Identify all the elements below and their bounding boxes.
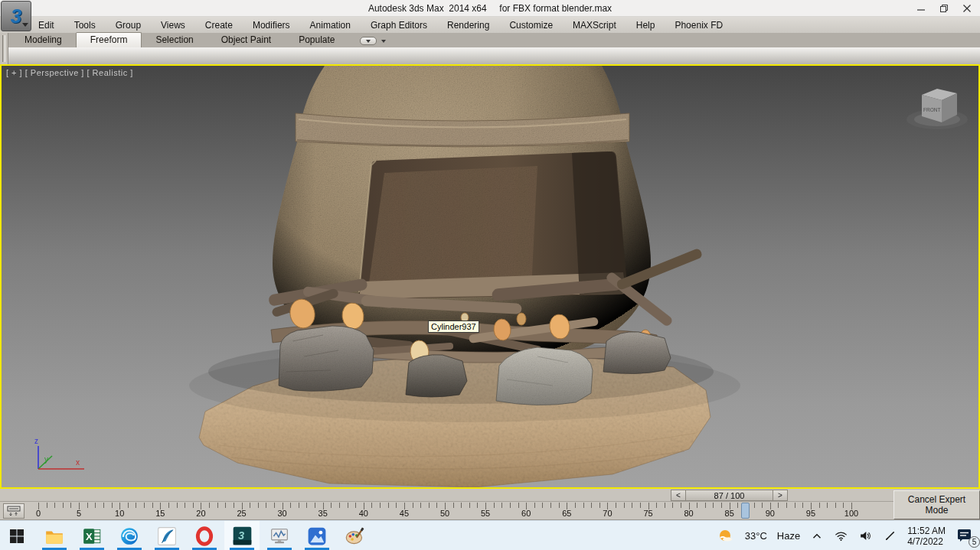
ruler-tick xyxy=(266,503,266,508)
clock-date: 4/7/2022 xyxy=(907,536,946,547)
ruler-tick xyxy=(250,503,250,508)
ruler-tick xyxy=(371,503,372,508)
next-frame-button[interactable]: > xyxy=(773,490,788,501)
menu-item-graph-editors[interactable]: Graph Editors xyxy=(371,20,427,31)
ruler-tick-label: 50 xyxy=(440,509,449,518)
ruler-tick xyxy=(624,503,625,508)
ribbon-tab-selection[interactable]: Selection xyxy=(142,33,207,47)
ruler-tick xyxy=(754,503,755,508)
time-slider[interactable]: < 87 / 100 > xyxy=(671,490,788,501)
object-tooltip: Cylinder937 xyxy=(428,321,479,333)
notification-center-button[interactable]: 5 xyxy=(956,526,975,546)
ruler-tick xyxy=(47,503,47,508)
ruler-tick xyxy=(583,503,584,508)
ruler-tick xyxy=(429,503,430,508)
taskbar-3ds-max[interactable]: 3 xyxy=(224,521,260,550)
weather-temperature[interactable]: 33°C xyxy=(745,530,767,542)
menu-item-views[interactable]: Views xyxy=(161,20,185,31)
ruler-tick-label: 75 xyxy=(643,509,652,518)
ribbon-tab-modeling[interactable]: Modeling xyxy=(11,33,76,47)
menu-item-animation[interactable]: Animation xyxy=(310,20,351,31)
minimize-button[interactable] xyxy=(910,0,933,17)
ruler-tick xyxy=(453,503,454,508)
ruler-tick xyxy=(762,503,763,508)
ruler-tick xyxy=(778,503,779,508)
ruler-tick xyxy=(477,503,478,508)
oven-opening xyxy=(359,151,627,299)
desktop: Autodesk 3ds Max 2014 x64 for FBX format… xyxy=(0,0,980,550)
menu-item-create[interactable]: Create xyxy=(205,20,233,31)
ruler-tick xyxy=(234,503,234,508)
restore-button[interactable] xyxy=(933,0,956,17)
weather-icon[interactable] xyxy=(717,527,735,545)
quill-app-icon xyxy=(157,526,177,546)
taskbar-system-monitor[interactable] xyxy=(269,521,290,550)
taskbar-clock[interactable]: 11:52 AM 4/7/2022 xyxy=(907,526,946,547)
ruler-tick xyxy=(575,503,576,508)
taskbar-quill-app[interactable] xyxy=(156,521,178,550)
ruler-tick-label: 85 xyxy=(725,509,734,518)
cancel-expert-mode-button[interactable]: Cancel Expert Mode xyxy=(893,490,980,519)
weather-condition[interactable]: Haze xyxy=(777,530,800,542)
close-button[interactable] xyxy=(956,0,978,17)
menu-item-maxscript[interactable]: MAXScript xyxy=(573,20,616,31)
ruler-tick xyxy=(461,503,462,508)
wifi-icon[interactable] xyxy=(834,529,848,543)
ribbon-tab-object-paint[interactable]: Object Paint xyxy=(207,33,285,47)
speaker-icon[interactable] xyxy=(858,529,873,543)
taskbar-start-button[interactable] xyxy=(6,521,28,550)
viewport-label[interactable]: [ + ] [ Perspective ] [ Realistic ] xyxy=(6,68,133,77)
ruler-tick xyxy=(290,503,291,508)
ruler-tick xyxy=(388,503,389,508)
svg-text:X: X xyxy=(86,531,93,542)
application-menu-button[interactable]: 3 xyxy=(1,1,31,31)
time-slider-handle[interactable]: 87 / 100 xyxy=(686,490,773,501)
ruler-tick xyxy=(144,503,145,508)
ruler-tick xyxy=(835,503,836,508)
ribbon-grip-handle[interactable] xyxy=(0,33,8,64)
menu-item-edit[interactable]: Edit xyxy=(38,20,54,31)
menu-item-customize[interactable]: Customize xyxy=(509,20,553,31)
taskbar-opera[interactable] xyxy=(194,521,215,550)
chevron-up-icon[interactable] xyxy=(810,529,824,543)
taskbar-excel[interactable]: X xyxy=(81,521,103,550)
ruler-tick-label: 35 xyxy=(318,509,328,518)
ribbon-tab-populate[interactable]: Populate xyxy=(285,33,348,47)
ruler-tick xyxy=(70,503,71,508)
menu-item-group[interactable]: Group xyxy=(116,20,141,31)
ruler-tick-label: 45 xyxy=(400,509,409,518)
track-bar[interactable]: 0510152025303540455055606570758085909510… xyxy=(0,502,980,520)
previous-frame-button[interactable]: < xyxy=(671,490,686,501)
taskbar-edge[interactable] xyxy=(119,521,140,550)
mini-curve-editor-button[interactable] xyxy=(3,503,24,519)
menu-item-help[interactable]: Help xyxy=(636,20,655,31)
ruler-tick xyxy=(177,503,178,508)
menu-item-rendering[interactable]: Rendering xyxy=(447,20,489,31)
ruler-tick xyxy=(672,503,673,508)
ruler-tick-label: 65 xyxy=(562,509,571,518)
ribbon-minimize-control[interactable] xyxy=(360,37,386,47)
taskbar-file-explorer[interactable] xyxy=(44,521,65,550)
menu-item-modifiers[interactable]: Modifiers xyxy=(253,20,290,31)
current-frame-marker[interactable] xyxy=(741,503,750,519)
menu-item-tools[interactable]: Tools xyxy=(74,20,96,31)
ruler-tick xyxy=(802,503,803,508)
ruler-tick xyxy=(225,503,226,508)
taskbar-photos[interactable] xyxy=(306,521,328,550)
viewport[interactable]: FRONT z y x [ + ] [ Perspective ] [ Real… xyxy=(0,64,980,489)
ruler-tick-label: 15 xyxy=(155,509,165,518)
ribbon-dropdown-icon xyxy=(360,37,377,45)
ruler-tick xyxy=(355,503,356,508)
axis-z-label: z xyxy=(34,437,38,445)
menu-item-phoenix-fd[interactable]: Phoenix FD xyxy=(675,20,723,31)
pen-icon[interactable] xyxy=(883,529,897,543)
notification-count-badge: 5 xyxy=(969,536,980,548)
ruler-tick xyxy=(136,503,136,508)
time-slider-track[interactable]: < 87 / 100 > xyxy=(0,489,980,502)
viewport-canvas[interactable]: FRONT z y x xyxy=(2,66,978,487)
ruler-tick xyxy=(112,503,113,508)
ruler-tick xyxy=(534,503,535,508)
ribbon-tab-freeform[interactable]: Freeform xyxy=(76,32,142,47)
taskbar-paint[interactable] xyxy=(344,521,365,550)
ruler-tick-label: 55 xyxy=(481,509,490,518)
